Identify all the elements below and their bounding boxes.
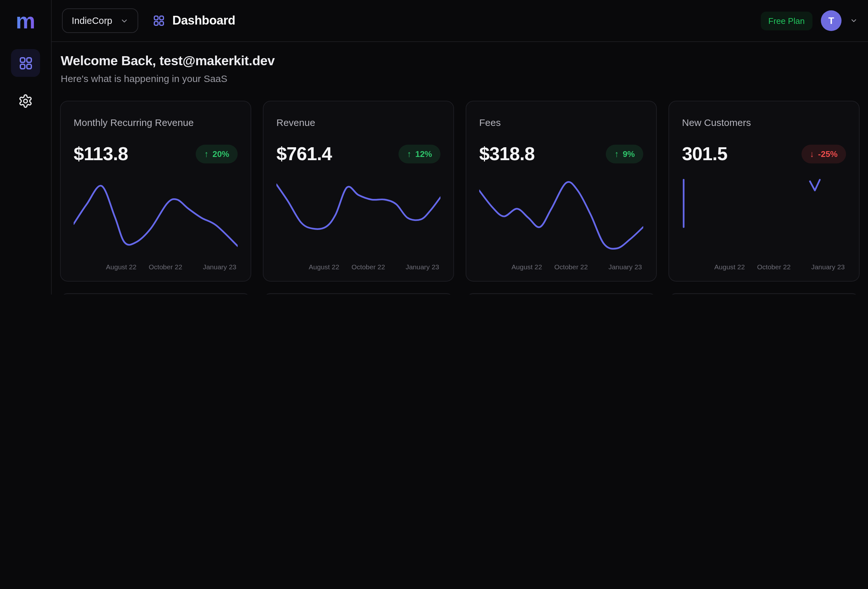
gear-icon xyxy=(18,94,33,108)
grid-icon xyxy=(18,55,33,71)
trend-up-icon: ↑ xyxy=(204,149,209,159)
trend-up-icon: ↑ xyxy=(614,149,619,159)
sidebar-item-settings[interactable] xyxy=(11,87,40,115)
sparkline-chart xyxy=(74,178,238,254)
axis-label: August 22 xyxy=(309,263,340,271)
page-title-group: Dashboard xyxy=(152,13,235,28)
stat-card-title: Fees xyxy=(479,117,643,128)
topbar-right: Free Plan T xyxy=(760,10,858,31)
axis-label: January 23 xyxy=(811,263,845,271)
stat-card: Churn 516.0% ↑ -10% August 22 October 22… xyxy=(466,293,657,294)
stat-card-title: Revenue xyxy=(276,117,440,128)
trend-label: -25% xyxy=(818,149,838,159)
chart-axis: August 22 October 22 January 23 xyxy=(74,263,238,272)
avatar[interactable]: T xyxy=(821,10,841,31)
makerkit-logo: m xyxy=(16,0,35,41)
axis-label: January 23 xyxy=(406,263,439,271)
dashboard-content: Welcome Back, test@makerkit.dev Here's w… xyxy=(52,42,868,294)
trend-badge: ↑ 9% xyxy=(606,145,643,163)
trend-badge: ↑ 12% xyxy=(399,145,440,163)
stat-card: Revenue $761.4 ↑ 12% August 22 October 2… xyxy=(263,101,454,282)
trend-label: 12% xyxy=(415,149,432,159)
trend-down-icon: ↓ xyxy=(810,149,814,159)
axis-label: October 22 xyxy=(757,263,791,271)
sidebar-nav xyxy=(11,49,40,115)
topbar: IndieCorp Dashboard Free Plan T xyxy=(52,0,868,42)
chart-axis: August 22 October 22 January 23 xyxy=(276,263,440,272)
axis-label: August 22 xyxy=(714,263,745,271)
axis-label: October 22 xyxy=(554,263,588,271)
grid-icon xyxy=(152,14,165,27)
stat-card: Support Tickets 308.1 ↑ -30% August 22 O… xyxy=(669,293,860,294)
stat-card: New Customers 301.5 ↓ -25% August 22 Oct… xyxy=(669,101,860,282)
axis-label: October 22 xyxy=(149,263,182,271)
sidebar-item-dashboard[interactable] xyxy=(11,49,40,77)
stat-card-value: $318.8 xyxy=(479,143,534,165)
team-switcher-button[interactable]: IndieCorp xyxy=(62,8,138,33)
stat-card-title: New Customers xyxy=(682,117,846,128)
stat-card-title: Monthly Recurring Revenue xyxy=(74,117,238,128)
team-name: IndieCorp xyxy=(72,16,112,26)
stat-card: Monthly Recurring Revenue $113.8 ↑ 20% A… xyxy=(60,101,251,282)
chevron-down-icon[interactable] xyxy=(850,17,858,25)
trend-label: 9% xyxy=(623,149,635,159)
trend-label: 20% xyxy=(213,149,229,159)
axis-label: January 23 xyxy=(608,263,642,271)
chart-axis: August 22 October 22 January 23 xyxy=(682,263,846,272)
axis-label: January 23 xyxy=(203,263,236,271)
axis-label: October 22 xyxy=(352,263,385,271)
sparkline-chart xyxy=(276,178,440,254)
stat-card: Fees $318.8 ↑ 9% August 22 October 22 Ja… xyxy=(466,101,657,282)
stat-card-value: 301.5 xyxy=(682,143,727,165)
trend-up-icon: ↑ xyxy=(407,149,411,159)
plan-badge: Free Plan xyxy=(760,11,812,30)
trend-badge: ↓ -25% xyxy=(802,145,846,163)
app-window: m xyxy=(0,0,868,294)
sidebar: m xyxy=(0,0,52,294)
stat-card: Visitors 899.4 ↓ -4.3% August 22 October… xyxy=(60,293,251,294)
stats-grid: Monthly Recurring Revenue $113.8 ↑ 20% A… xyxy=(60,101,860,294)
stat-card-value: $113.8 xyxy=(74,143,128,165)
sparkline-chart xyxy=(479,178,643,254)
stat-card: Returning Visitors 277.8 = 10% August 22… xyxy=(263,293,454,294)
chart-axis: August 22 October 22 January 23 xyxy=(479,263,643,272)
trend-badge: ↑ 20% xyxy=(196,145,238,163)
welcome-title: Welcome Back, test@makerkit.dev xyxy=(61,53,860,68)
chevron-down-icon xyxy=(120,16,128,25)
sparkline-chart xyxy=(682,178,846,254)
axis-label: August 22 xyxy=(512,263,542,271)
welcome-subtitle: Here's what is happening in your SaaS xyxy=(61,73,860,84)
axis-label: August 22 xyxy=(106,263,137,271)
main-column: IndieCorp Dashboard Free Plan T xyxy=(52,0,868,294)
page-title: Dashboard xyxy=(173,13,235,28)
stat-card-value: $761.4 xyxy=(276,143,332,165)
